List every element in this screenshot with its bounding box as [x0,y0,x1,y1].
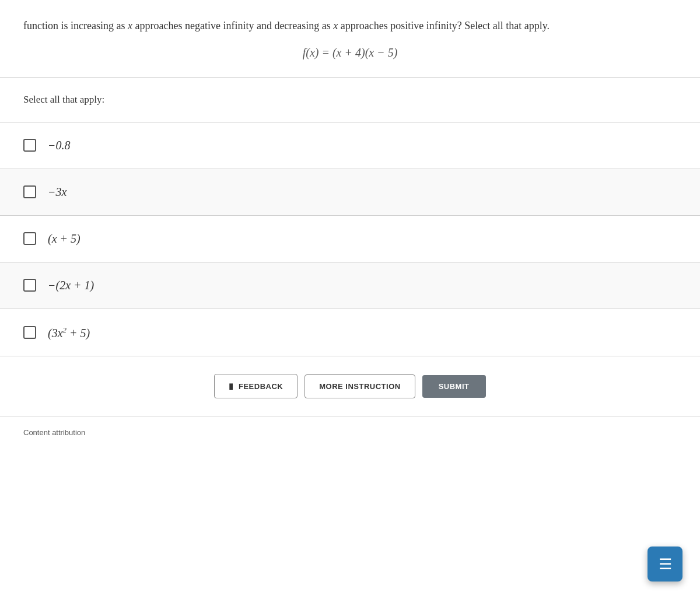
checkbox-4[interactable] [23,279,36,292]
submit-button[interactable]: SUBMIT [422,375,486,398]
feedback-button[interactable]: ▮ FEEDBACK [214,374,298,398]
feedback-icon: ▮ [229,381,234,391]
content-attribution: Content attribution [0,416,700,449]
checkbox-3[interactable] [23,232,36,245]
option-label-1[interactable]: −0.8 [48,139,71,152]
option-row-3[interactable]: (x + 5) [0,216,700,262]
attribution-text: Content attribution [23,428,85,437]
instruction-text: Select all that apply: [23,94,104,105]
option-row-2[interactable]: −3x [0,169,700,216]
option-label-3[interactable]: (x + 5) [48,232,80,246]
option-label-4[interactable]: −(2x + 1) [48,279,94,292]
option-row-4[interactable]: −(2x + 1) [0,262,700,309]
submit-label: SUBMIT [439,382,470,391]
actions-row: ▮ FEEDBACK MORE INSTRUCTION SUBMIT [0,356,700,416]
formula-display: f(x) = (x + 4)(x − 5) [23,46,677,59]
checkbox-1[interactable] [23,139,36,152]
page-container: function is increasing as x approaches n… [0,0,700,599]
option-row-5[interactable]: (3x2 + 5) [0,309,700,357]
select-instruction: Select all that apply: [0,78,700,122]
checkbox-5[interactable] [23,326,36,339]
option-row-1[interactable]: −0.8 [0,122,700,169]
option-label-5[interactable]: (3x2 + 5) [48,325,90,340]
chat-bubble[interactable]: ☰ [648,547,682,582]
checkbox-2[interactable] [23,185,36,198]
more-instruction-button[interactable]: MORE INSTRUCTION [304,374,415,398]
question-header: function is increasing as x approaches n… [0,0,700,78]
option-label-2[interactable]: −3x [48,185,66,199]
chat-icon: ☰ [659,555,672,573]
feedback-label: FEEDBACK [239,382,283,391]
more-instruction-label: MORE INSTRUCTION [319,382,400,391]
question-text: function is increasing as x approaches n… [23,17,677,34]
